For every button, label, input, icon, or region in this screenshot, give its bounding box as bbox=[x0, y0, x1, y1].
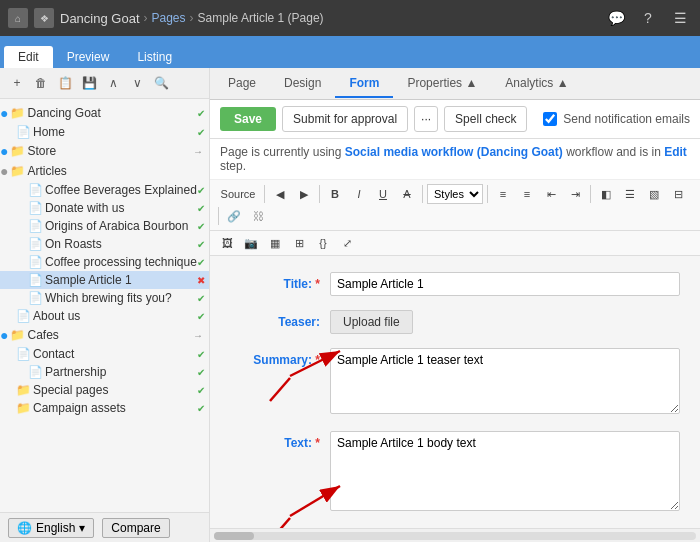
editor-toolbar-row2: 🖼 📷 ▦ ⊞ {} ⤢ bbox=[210, 231, 700, 256]
status-icon: ✔ bbox=[197, 293, 205, 304]
add-button[interactable]: + bbox=[6, 72, 28, 94]
page-icon: 📄 bbox=[28, 219, 43, 233]
tree-item-cafes[interactable]: ● 📁 Cafes → bbox=[0, 325, 209, 345]
workflow-link[interactable]: Social media workflow (Dancing Goat) bbox=[345, 145, 563, 159]
tree-item-coffee-processing[interactable]: 📄 Coffee processing technique ✔ bbox=[0, 253, 209, 271]
image-button[interactable]: 🖼 bbox=[216, 233, 238, 253]
tree-item-donate[interactable]: 📄 Donate with us ✔ bbox=[0, 199, 209, 217]
tab-page[interactable]: Page bbox=[214, 70, 270, 98]
tree-item-sample-article[interactable]: 📄 Sample Article 1 ✖ bbox=[0, 271, 209, 289]
summary-row: Summary: * Sample Article 1 teaser text bbox=[230, 348, 680, 417]
tab-analytics[interactable]: Analytics ▲ bbox=[491, 70, 582, 98]
scroll-thumb[interactable] bbox=[214, 532, 254, 540]
action-bar: Save Submit for approval ··· Spell check… bbox=[210, 100, 700, 139]
tab-preview[interactable]: Preview bbox=[53, 46, 124, 68]
top-bar-right: 💬 ? ☰ bbox=[604, 6, 692, 30]
photo-button[interactable]: 📷 bbox=[240, 233, 262, 253]
compare-button[interactable]: Compare bbox=[102, 518, 169, 538]
info-bar: Page is currently using Social media wor… bbox=[210, 139, 700, 180]
submit-button[interactable]: Submit for approval bbox=[282, 106, 408, 132]
delete-button[interactable]: 🗑 bbox=[30, 72, 52, 94]
menu-icon[interactable]: ☰ bbox=[668, 6, 692, 30]
page-icon: 📄 bbox=[28, 255, 43, 269]
title-input[interactable] bbox=[330, 272, 680, 296]
right-panel: Page Design Form Properties ▲ Analytics … bbox=[210, 68, 700, 542]
language-button[interactable]: 🌐 English ▾ bbox=[8, 518, 94, 538]
info-prefix: Page is currently using bbox=[220, 145, 341, 159]
tree-item-which-brewing[interactable]: 📄 Which brewing fits you? ✔ bbox=[0, 289, 209, 307]
list-ol-button[interactable]: ≡ bbox=[516, 184, 538, 204]
app-icon[interactable]: ❖ bbox=[34, 8, 54, 28]
upload-file-button[interactable]: Upload file bbox=[330, 310, 413, 334]
bold-button[interactable]: B bbox=[324, 184, 346, 204]
title-field-container bbox=[330, 272, 680, 296]
tree-item-home[interactable]: 📄 Home ✔ bbox=[0, 123, 209, 141]
scroll-track[interactable] bbox=[214, 532, 696, 540]
chat-icon[interactable]: 💬 bbox=[604, 6, 628, 30]
align-left-button[interactable]: ◧ bbox=[595, 184, 617, 204]
notify-checkbox[interactable] bbox=[543, 112, 557, 126]
tree-label: Which brewing fits you? bbox=[45, 291, 197, 305]
indent-button[interactable]: ⇥ bbox=[564, 184, 586, 204]
tab-edit[interactable]: Edit bbox=[4, 46, 53, 68]
copy-button[interactable]: 📋 bbox=[54, 72, 76, 94]
source-button[interactable]: Source bbox=[216, 184, 260, 204]
underline-button[interactable]: U bbox=[372, 184, 394, 204]
breadcrumb-pages[interactable]: Pages bbox=[152, 11, 186, 25]
fullscreen-button[interactable]: ⤢ bbox=[336, 233, 358, 253]
move-down-button[interactable]: ∨ bbox=[126, 72, 148, 94]
toolbar-sep bbox=[218, 207, 219, 225]
unlink-button[interactable]: ⛓ bbox=[247, 206, 269, 226]
tree-item-origins[interactable]: 📄 Origins of Arabica Bourbon ✔ bbox=[0, 217, 209, 235]
tree-item-on-roasts[interactable]: 📄 On Roasts ✔ bbox=[0, 235, 209, 253]
tree-item-coffee-beverages[interactable]: 📄 Coffee Beverages Explained ✔ bbox=[0, 181, 209, 199]
tree-item-articles[interactable]: ● 📁 Articles bbox=[0, 161, 209, 181]
save-button[interactable]: Save bbox=[220, 107, 276, 131]
align-justify-button[interactable]: ⊟ bbox=[667, 184, 689, 204]
folder-icon: 📁 bbox=[10, 144, 25, 158]
step-link[interactable]: Edit bbox=[664, 145, 687, 159]
text-textarea[interactable]: Sample Artilce 1 body text bbox=[330, 431, 680, 511]
status-icon: ✔ bbox=[197, 311, 205, 322]
grid-button[interactable]: ⊞ bbox=[288, 233, 310, 253]
status-icon: ✔ bbox=[197, 127, 205, 138]
undo-button[interactable]: ◀ bbox=[269, 184, 291, 204]
tree-item-dancing-goat[interactable]: ● 📁 Dancing Goat ✔ bbox=[0, 103, 209, 123]
code-button[interactable]: {} bbox=[312, 233, 334, 253]
text-label: Text: * bbox=[230, 431, 330, 450]
strikethrough-button[interactable]: A bbox=[396, 184, 418, 204]
tree-item-partnership[interactable]: 📄 Partnership ✔ bbox=[0, 363, 209, 381]
tree-item-store[interactable]: ● 📁 Store → bbox=[0, 141, 209, 161]
tree-item-about-us[interactable]: 📄 About us ✔ bbox=[0, 307, 209, 325]
more-button[interactable]: ··· bbox=[414, 106, 438, 132]
summary-textarea[interactable]: Sample Article 1 teaser text bbox=[330, 348, 680, 414]
tab-design[interactable]: Design bbox=[270, 70, 335, 98]
link-button[interactable]: 🔗 bbox=[223, 206, 245, 226]
search-icon[interactable]: 🔍 bbox=[150, 72, 172, 94]
status-icon: ✔ bbox=[197, 257, 205, 268]
spell-check-button[interactable]: Spell check bbox=[444, 106, 527, 132]
tab-form[interactable]: Form bbox=[335, 70, 393, 98]
italic-button[interactable]: I bbox=[348, 184, 370, 204]
help-icon[interactable]: ? bbox=[636, 6, 660, 30]
align-right-button[interactable]: ▧ bbox=[643, 184, 665, 204]
move-up-button[interactable]: ∧ bbox=[102, 72, 124, 94]
styles-select[interactable]: Styles bbox=[427, 184, 483, 204]
redo-button[interactable]: ▶ bbox=[293, 184, 315, 204]
status-icon: ✔ bbox=[197, 385, 205, 396]
save-tree-button[interactable]: 💾 bbox=[78, 72, 100, 94]
language-label: English bbox=[36, 521, 75, 535]
title-label: Title: * bbox=[230, 272, 330, 291]
outdent-button[interactable]: ⇤ bbox=[540, 184, 562, 204]
home-icon[interactable]: ⌂ bbox=[8, 8, 28, 28]
tree-item-contact[interactable]: 📄 Contact ✔ bbox=[0, 345, 209, 363]
tree-item-special-pages[interactable]: 📁 Special pages ✔ bbox=[0, 381, 209, 399]
form-area: Title: * Teaser: Upload file Summary: * bbox=[210, 256, 700, 528]
folder-icon: 📁 bbox=[10, 164, 25, 178]
tree-item-campaign-assets[interactable]: 📁 Campaign assets ✔ bbox=[0, 399, 209, 417]
align-center-button[interactable]: ☰ bbox=[619, 184, 641, 204]
table-button[interactable]: ▦ bbox=[264, 233, 286, 253]
list-ul-button[interactable]: ≡ bbox=[492, 184, 514, 204]
tab-properties[interactable]: Properties ▲ bbox=[393, 70, 491, 98]
tab-listing[interactable]: Listing bbox=[123, 46, 186, 68]
